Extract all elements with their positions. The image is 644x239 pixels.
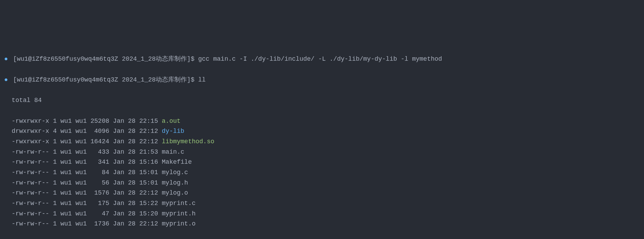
- file-size: 16424: [91, 138, 109, 145]
- file-group: wu1: [75, 169, 86, 176]
- file-size: 433: [91, 148, 109, 155]
- file-date: Jan 28 22:12: [113, 128, 158, 135]
- file-group: wu1: [75, 210, 86, 217]
- file-name: libmymethod.so: [162, 138, 214, 145]
- file-owner: wu1: [60, 210, 72, 217]
- file-group: wu1: [75, 189, 86, 196]
- file-name: myprint.h: [162, 210, 196, 217]
- file-links: 4: [53, 128, 57, 135]
- file-row: -rwxrwxr-x 1 wu1 wu1 16424 Jan 28 22:12 …: [4, 137, 640, 147]
- file-row: -rw-rw-r-- 1 wu1 wu1 175 Jan 28 15:22 my…: [4, 198, 640, 209]
- file-row: -rwxrwxr-x 1 wu1 wu1 25208 Jan 28 22:15 …: [4, 116, 640, 127]
- file-owner: wu1: [60, 128, 72, 135]
- file-permissions: -rw-rw-r--: [12, 179, 49, 186]
- file-links: 1: [53, 179, 57, 186]
- file-permissions: -rw-rw-r--: [12, 148, 49, 155]
- file-owner: wu1: [60, 189, 72, 196]
- file-permissions: -rw-rw-r--: [12, 159, 49, 165]
- file-name: mylog.h: [162, 179, 188, 186]
- file-name: myprint.o: [162, 220, 196, 227]
- file-date: Jan 28 22:12: [113, 138, 158, 145]
- file-group: wu1: [75, 159, 86, 165]
- file-owner: wu1: [60, 138, 72, 145]
- file-group: wu1: [75, 128, 86, 135]
- file-links: 1: [53, 200, 57, 207]
- file-date: Jan 28 15:16: [113, 159, 158, 165]
- file-date: Jan 28 15:01: [113, 179, 158, 186]
- file-date: Jan 28 15:01: [113, 169, 158, 176]
- file-listing: -rwxrwxr-x 1 wu1 wu1 25208 Jan 28 22:15 …: [4, 116, 640, 230]
- file-links: 1: [53, 148, 57, 155]
- file-permissions: -rw-rw-r--: [12, 210, 49, 217]
- gcc-command: gcc main.c -I ./dy-lib/include/ -L ./dy-…: [198, 56, 442, 62]
- file-owner: wu1: [60, 159, 72, 165]
- file-row: -rw-rw-r-- 1 wu1 wu1 56 Jan 28 15:01 myl…: [4, 178, 640, 188]
- file-size: 47: [91, 210, 109, 217]
- command-line-gcc: ● [wu1@iZf8z6550fusy0wq4m6tq3Z 2024_1_28…: [4, 54, 640, 65]
- file-name: a.out: [162, 118, 181, 125]
- file-row: -rw-rw-r-- 1 wu1 wu1 47 Jan 28 15:20 myp…: [4, 209, 640, 219]
- file-row: drwxrwxr-x 4 wu1 wu1 4096 Jan 28 22:12 d…: [4, 126, 640, 137]
- bullet-icon: ●: [4, 76, 8, 83]
- file-permissions: drwxrwxr-x: [12, 128, 49, 135]
- file-group: wu1: [75, 179, 86, 186]
- file-permissions: -rw-rw-r--: [12, 189, 49, 196]
- file-links: 1: [53, 169, 57, 176]
- file-date: Jan 28 22:12: [113, 189, 158, 196]
- total-line: total 84: [4, 95, 640, 106]
- file-links: 1: [53, 118, 57, 125]
- file-owner: wu1: [60, 148, 72, 155]
- file-links: 1: [53, 138, 57, 145]
- shell-prompt: [wu1@iZf8z6550fusy0wq4m6tq3Z 2024_1_28动态…: [13, 56, 195, 62]
- file-links: 1: [53, 210, 57, 217]
- file-size: 1576: [91, 189, 109, 196]
- file-group: wu1: [75, 118, 86, 125]
- file-size: 25208: [91, 118, 109, 125]
- file-group: wu1: [75, 200, 86, 207]
- file-permissions: -rwxrwxr-x: [12, 138, 49, 145]
- file-row: -rw-rw-r-- 1 wu1 wu1 1736 Jan 28 22:12 m…: [4, 219, 640, 229]
- ll-command: ll: [198, 76, 206, 83]
- file-row: -rw-rw-r-- 1 wu1 wu1 84 Jan 28 15:01 myl…: [4, 168, 640, 178]
- file-size: 56: [91, 179, 109, 186]
- file-date: Jan 28 22:12: [113, 220, 158, 227]
- file-size: 175: [91, 200, 109, 207]
- file-row: -rw-rw-r-- 1 wu1 wu1 341 Jan 28 15:16 Ma…: [4, 157, 640, 168]
- file-size: 84: [91, 169, 109, 176]
- file-permissions: -rw-rw-r--: [12, 220, 49, 227]
- file-date: Jan 28 15:22: [113, 200, 158, 207]
- file-date: Jan 28 15:20: [113, 210, 158, 217]
- shell-prompt: [wu1@iZf8z6550fusy0wq4m6tq3Z 2024_1_28动态…: [13, 76, 195, 83]
- file-group: wu1: [75, 148, 86, 155]
- command-line-ll: ● [wu1@iZf8z6550fusy0wq4m6tq3Z 2024_1_28…: [4, 75, 640, 85]
- file-name: main.c: [162, 148, 184, 155]
- file-owner: wu1: [60, 118, 72, 125]
- file-permissions: -rwxrwxr-x: [12, 118, 49, 125]
- file-row: -rw-rw-r-- 1 wu1 wu1 433 Jan 28 21:53 ma…: [4, 147, 640, 157]
- file-owner: wu1: [60, 179, 72, 186]
- file-owner: wu1: [60, 220, 72, 227]
- file-date: Jan 28 21:53: [113, 148, 158, 155]
- file-permissions: -rw-rw-r--: [12, 200, 49, 207]
- file-links: 1: [53, 220, 57, 227]
- file-permissions: -rw-rw-r--: [12, 169, 49, 176]
- file-size: 1736: [91, 220, 109, 227]
- terminal-output: ● [wu1@iZf8z6550fusy0wq4m6tq3Z 2024_1_28…: [4, 44, 640, 239]
- file-name: dy-lib: [162, 128, 184, 135]
- file-size: 4096: [91, 128, 109, 135]
- bullet-icon: ●: [4, 56, 8, 62]
- file-group: wu1: [75, 138, 86, 145]
- file-group: wu1: [75, 220, 86, 227]
- file-size: 341: [91, 159, 109, 165]
- file-row: -rw-rw-r-- 1 wu1 wu1 1576 Jan 28 22:12 m…: [4, 188, 640, 198]
- file-date: Jan 28 22:15: [113, 118, 158, 125]
- file-links: 1: [53, 159, 57, 165]
- file-owner: wu1: [60, 200, 72, 207]
- file-links: 1: [53, 189, 57, 196]
- file-name: Makefile: [162, 159, 192, 165]
- file-name: mylog.o: [162, 189, 188, 196]
- file-owner: wu1: [60, 169, 72, 176]
- file-name: mylog.c: [162, 169, 188, 176]
- file-name: myprint.c: [162, 200, 196, 207]
